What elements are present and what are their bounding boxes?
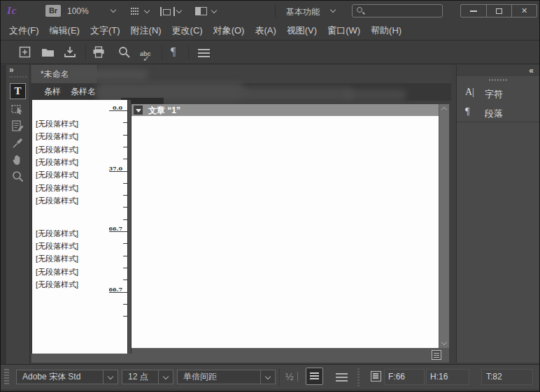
incopy-logo: Ic: [7, 5, 17, 17]
paragraph-style-row[interactable]: [无段落样式]: [36, 157, 78, 168]
font-size-chevron: [158, 370, 173, 384]
status-bar: Adobe 宋体 Std 12 点 单倍间距 ½ F:66 H:16 T:82: [1, 364, 539, 389]
ruler-mark-underline: [109, 292, 128, 293]
arrange-documents-chevron-icon[interactable]: [211, 8, 217, 13]
save-icon[interactable]: [64, 46, 76, 58]
window-controls: ✕: [460, 4, 537, 17]
paragraph-style-row[interactable]: [无段落样式]: [36, 254, 78, 264]
note-tool[interactable]: [10, 118, 26, 134]
menu-item-4[interactable]: 附注(N): [131, 24, 162, 37]
paragraph-panel-icon: ¶: [465, 106, 469, 117]
bridge-button[interactable]: Br: [45, 5, 61, 17]
close-button[interactable]: ✕: [511, 5, 537, 17]
paragraph-style-row[interactable]: [无段落样式]: [36, 196, 78, 206]
paragraph-style-row[interactable]: [无段落样式]: [36, 267, 78, 277]
workspace: » T *未命名 条样 条样名: [1, 65, 539, 364]
tools-panel: » T: [6, 65, 30, 364]
hand-tool[interactable]: [10, 152, 26, 168]
menu-bar: 文件(F)编辑(E)文字(T)附注(N)更改(C)对象(O)表(A)视图(V)窗…: [1, 22, 539, 41]
print-icon[interactable]: [92, 46, 105, 58]
expand-tools-icon[interactable]: »: [9, 65, 14, 75]
paragraph-panel-tab[interactable]: ¶ 段落: [457, 103, 539, 123]
galley-view-toggle-icon[interactable]: [306, 368, 323, 385]
paragraph-style-row[interactable]: [无段落样式]: [36, 119, 78, 129]
collapse-panel-icon[interactable]: «: [529, 66, 534, 75]
menu-item-9[interactable]: 窗口(W): [327, 24, 360, 37]
left-dock-edge: [1, 65, 6, 364]
story-title: 文章 “1”: [148, 105, 180, 117]
view-options-icon[interactable]: [131, 8, 132, 9]
menu-item-2[interactable]: 编辑(E): [50, 24, 80, 37]
h-count-value: H:16: [430, 372, 448, 382]
panel-grip-icon[interactable]: [489, 79, 507, 81]
galley-column-style-name[interactable]: 条样名: [71, 83, 96, 101]
type-tool[interactable]: T: [10, 83, 26, 99]
ruler-mark-underline: [109, 231, 128, 232]
maximize-button[interactable]: [486, 5, 511, 17]
menu-item-3[interactable]: 文字(T): [90, 24, 120, 37]
paragraph-style-row[interactable]: [无段落样式]: [36, 241, 78, 252]
paragraph-style-row[interactable]: [无段落样式]: [36, 170, 78, 180]
paragraph-style-row[interactable]: [无段落样式]: [36, 131, 78, 142]
document-toolbar: abc✓ ¶: [1, 41, 539, 64]
paragraph-style-row[interactable]: [无段落样式]: [36, 228, 78, 239]
menu-item-10[interactable]: 帮助(H): [371, 24, 402, 37]
toolbar-separator: [85, 45, 86, 60]
leading-chevron: [260, 370, 275, 384]
menu-item-7[interactable]: 表(A): [255, 24, 276, 37]
frame-view-chevron-icon[interactable]: [176, 8, 182, 13]
smudge-artifact: [239, 87, 354, 101]
show-hidden-characters-icon[interactable]: ¶: [171, 45, 176, 58]
toolbar-separator: [162, 45, 162, 60]
leading-value: 单倍间距: [178, 371, 260, 383]
frame-view-icon[interactable]: [160, 7, 172, 16]
position-tool[interactable]: [10, 101, 26, 117]
ruler-mark-underline: [109, 110, 128, 111]
paragraph-style-row[interactable]: [无段落样式]: [36, 183, 78, 194]
menu-item-6[interactable]: 对象(O): [213, 24, 245, 37]
leading-dropdown[interactable]: 单倍间距: [177, 370, 276, 384]
font-family-chevron: [103, 370, 118, 384]
workspace-switcher[interactable]: 基本功能: [286, 6, 320, 18]
view-options-chevron-icon[interactable]: [144, 8, 150, 13]
copyfit-info-icon[interactable]: [371, 371, 381, 382]
zoom-chevron-icon[interactable]: [111, 7, 116, 13]
scroll-up-icon[interactable]: [441, 107, 447, 112]
menu-item-5[interactable]: 更改(C): [172, 24, 203, 37]
paragraph-style-row[interactable]: [无段落样式]: [36, 145, 78, 155]
toolbar-menu-icon[interactable]: [198, 49, 210, 50]
menu-item-1[interactable]: 文件(F): [9, 24, 39, 37]
layout-view-icon[interactable]: [432, 350, 441, 360]
find-icon[interactable]: [118, 46, 131, 59]
galley-column-style[interactable]: 条样: [44, 83, 61, 101]
paragraph-panel-label: 段落: [485, 108, 503, 120]
minimize-button[interactable]: [461, 5, 486, 17]
tools-divider: [9, 76, 27, 78]
new-document-icon[interactable]: [19, 46, 31, 58]
font-size-dropdown[interactable]: 12 点: [122, 370, 173, 384]
character-panel-tab[interactable]: A| 字符: [457, 84, 539, 103]
search-box[interactable]: [352, 4, 443, 17]
menu-item-8[interactable]: 视图(V): [287, 24, 317, 37]
story-text-area[interactable]: [132, 116, 439, 348]
close-icon: ✕: [521, 7, 527, 15]
arrange-documents-icon[interactable]: [195, 7, 207, 15]
font-family-dropdown[interactable]: Adobe 宋体 Std: [16, 370, 118, 384]
spell-check-icon[interactable]: abc✓: [140, 50, 151, 57]
document-bottom-bar-left: [31, 354, 132, 363]
scroll-down-icon[interactable]: [441, 340, 447, 345]
open-folder-icon[interactable]: [41, 48, 55, 57]
collapse-story-icon[interactable]: [134, 106, 143, 115]
fraction-toggle-icon[interactable]: ½: [285, 371, 294, 382]
zoom-level-value[interactable]: 100%: [67, 6, 89, 16]
zoom-tool[interactable]: [10, 168, 26, 184]
story-header: 文章 “1”: [132, 104, 439, 116]
character-panel-label: 字符: [485, 88, 503, 101]
eyedropper-tool[interactable]: [10, 135, 26, 151]
workspace-chevron-icon[interactable]: [330, 7, 336, 13]
statusbar-menu-icon[interactable]: [336, 373, 348, 375]
vertical-scrollbar[interactable]: [439, 104, 449, 348]
t-count-value: T:82: [486, 372, 502, 382]
statusbar-grip-icon[interactable]: [4, 369, 9, 386]
paragraph-style-row[interactable]: [无段落样式]: [36, 280, 78, 290]
